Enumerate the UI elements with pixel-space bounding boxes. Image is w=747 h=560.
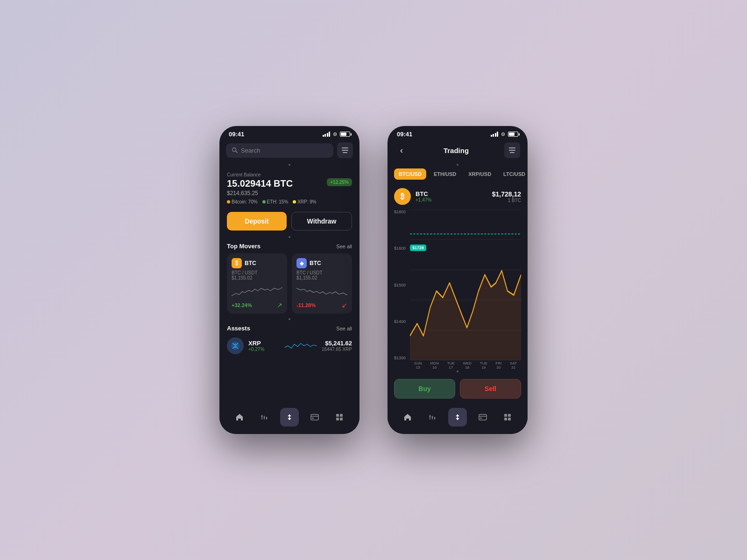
assets-header: Assests See all	[219, 323, 359, 336]
status-icons-home: ⊜	[323, 131, 351, 137]
xrp-logo-icon	[231, 341, 240, 350]
svg-rect-36	[504, 414, 507, 417]
top-movers-see-all[interactable]: See all	[336, 244, 352, 249]
crypto-breakdown: Bitcoin: 70% ETH: 15% XRP: 9%	[227, 199, 352, 204]
mover-change-2: -11.28%	[296, 302, 316, 308]
btc-circle-icon: ₿	[394, 188, 411, 205]
btc-details: BTC +1,47%	[416, 190, 487, 203]
x-day-mon: MON 16	[430, 361, 439, 370]
svg-point-29	[430, 416, 431, 417]
buy-button[interactable]: Buy	[394, 379, 455, 399]
trading-title: Trading	[444, 147, 469, 154]
nav-grid-button[interactable]	[330, 408, 349, 427]
nav-transfer-button[interactable]	[280, 408, 299, 427]
asset-row-xrp: XRP +0.27% $5,241.62 16447.65 XRP	[227, 337, 352, 354]
mover-top: ₿ BTC	[232, 258, 282, 268]
svg-rect-11	[311, 414, 318, 420]
svg-rect-38	[504, 418, 507, 420]
eth-icon-badge: ◆	[296, 258, 307, 268]
dot	[289, 236, 290, 238]
assets-title: Assests	[227, 325, 250, 332]
wifi-icon: ⊜	[333, 131, 337, 137]
deposit-button[interactable]: Deposit	[227, 212, 287, 231]
balance-row: 15.029414 BTC +12.25%	[227, 178, 352, 189]
mover-change-1: +32.24%	[232, 302, 252, 308]
status-bar-home: 09:41 ⊜	[219, 126, 359, 140]
transfer-icon-t	[453, 413, 462, 421]
phone-home: 09:41 ⊜ Search	[219, 126, 359, 434]
mover-card-btc-neg: ◆ BTC BTC / USDT $1,155.02 -11.28% ↙	[292, 253, 352, 314]
nav-card-button-t[interactable]	[473, 408, 492, 427]
transfer-icon	[285, 413, 294, 421]
back-button[interactable]: ‹	[395, 144, 408, 157]
svg-rect-39	[508, 418, 511, 420]
nav-grid-button-t[interactable]	[498, 408, 517, 427]
tab-ltc-usd[interactable]: LTC/USD	[499, 168, 528, 180]
x-day-tue2: TUE 19	[480, 361, 487, 370]
movers-row: ₿ BTC BTC / USDT $1,155.02 +32.24% ↗	[219, 253, 359, 317]
svg-point-3	[235, 345, 236, 347]
up-arrow-icon: ↗	[277, 301, 282, 309]
balance-section: Current Balance 15.029414 BTC +12.25% $2…	[219, 168, 359, 209]
tab-xrp-usd[interactable]: XRP/USD	[464, 168, 496, 180]
y-label-1500: $1500	[394, 283, 410, 287]
menu-button-home[interactable]	[337, 142, 353, 158]
menu-button-trading[interactable]	[504, 142, 520, 158]
balance-usd: $214,635.25	[227, 190, 352, 196]
x-day-sun: SUN 15	[414, 361, 422, 370]
dot	[289, 164, 290, 166]
mover-name-2: BTC	[310, 260, 321, 266]
page-dot-2	[219, 236, 359, 238]
mover-price-1: $1,155.02	[232, 275, 282, 280]
nav-transfer-button-t[interactable]	[448, 408, 467, 427]
y-axis-labels: $1800 $1600 $1500 $1400 $1300	[394, 210, 410, 360]
mover-chart-1	[232, 283, 282, 300]
xrp-info: XRP +0.27%	[248, 340, 280, 352]
price-badge: $1728	[410, 245, 426, 251]
nav-card-button[interactable]	[305, 408, 324, 427]
mover-card-btc-pos: ₿ BTC BTC / USDT $1,155.02 +32.24% ↗	[227, 253, 287, 314]
phone-trading: 09:41 ⊜ ‹ Trading BTC/U	[388, 126, 528, 434]
nav-home-button[interactable]	[230, 408, 249, 427]
svg-rect-35	[480, 418, 482, 419]
mover-footer-2: -11.28% ↙	[296, 301, 347, 309]
svg-point-31	[434, 418, 436, 419]
svg-rect-15	[340, 414, 343, 417]
nav-markets-button-t[interactable]	[423, 408, 442, 427]
withdraw-button[interactable]: Withdraw	[291, 212, 352, 231]
page-dot-trading-2	[388, 371, 528, 372]
balance-label: Current Balance	[227, 172, 352, 177]
btc-info-row: ₿ BTC +1,47% $1,728,12 1 BTC	[388, 184, 528, 210]
sell-button[interactable]: Sell	[460, 379, 521, 399]
svg-point-7	[261, 416, 263, 417]
tab-eth-usd[interactable]: ETH/USD	[429, 168, 461, 180]
xrp-values: $5,241.62 16447.65 XRP	[322, 340, 352, 352]
tab-btc-usd[interactable]: BTC/USD	[394, 168, 426, 180]
phone-home-content: Search Current Balance 15.029414 BTC +12…	[219, 140, 359, 403]
xrp-value: $5,241.62	[322, 340, 352, 347]
xrp-icon-circle	[227, 337, 244, 354]
btc-price-column: $1,728,12 1 BTC	[492, 190, 521, 203]
status-time-trading: 09:41	[397, 131, 412, 138]
assets-see-all[interactable]: See all	[336, 326, 352, 331]
nav-home-button-t[interactable]	[398, 408, 417, 427]
btc-icon-1: ₿	[232, 258, 242, 268]
svg-rect-33	[479, 414, 486, 420]
trading-chart-svg	[410, 210, 521, 360]
page-dot-trading	[388, 164, 528, 166]
mover-price-2: $1,155.02	[296, 275, 347, 280]
xrp-name: XRP	[248, 340, 280, 347]
phone-trading-content: ‹ Trading BTC/USD ETH/USD XRP/USD LTC/US…	[388, 140, 528, 403]
svg-marker-25	[410, 271, 521, 360]
balance-amount: 15.029414 BTC	[227, 178, 293, 189]
status-bar-trading: 09:41 ⊜	[388, 126, 528, 140]
nav-markets-button[interactable]	[255, 408, 274, 427]
search-input-wrap[interactable]: Search	[226, 143, 333, 158]
y-label-1400: $1400	[394, 319, 410, 324]
page-dot-3	[219, 318, 359, 320]
down-arrow-icon: ↙	[342, 301, 347, 309]
xrp-sparkline	[285, 339, 317, 352]
x-day-fri: FRI 20	[496, 361, 502, 370]
btc-change: +1,47%	[416, 197, 487, 203]
bitcoin-dot: Bitcoin: 70%	[227, 199, 258, 204]
